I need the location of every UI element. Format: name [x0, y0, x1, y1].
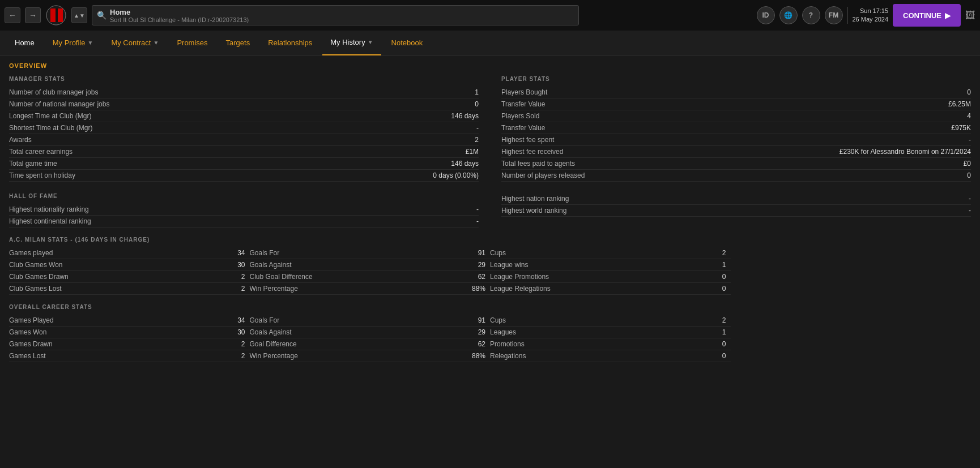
stat-row: Total career earnings£1M: [9, 146, 479, 158]
stat-label: Number of national manager jobs: [9, 100, 402, 108]
nav-my-contract-label: My Contract: [111, 38, 151, 47]
nav-targets[interactable]: Targets: [218, 31, 258, 55]
stat-value: 1: [411, 88, 479, 96]
four-stat-row: Promotions0: [490, 338, 731, 350]
nav-notebook[interactable]: Notebook: [384, 31, 431, 55]
four-stat-label: Club Games Won: [9, 261, 62, 269]
four-stat-value: 91: [478, 316, 485, 324]
dropdown-arrow[interactable]: ▲▼: [71, 7, 87, 23]
manager-stats-header: MANAGER STATS: [9, 76, 479, 83]
continue-label: CONTINUE: [903, 11, 941, 20]
four-stat-value: 0: [722, 273, 726, 281]
four-stat-row: Win Percentage88%: [250, 283, 491, 295]
chevron-down-icon: ▼: [87, 40, 93, 46]
four-stat-row: Goals For91: [250, 247, 491, 259]
four-stat-row: Games Drawn2: [9, 338, 250, 350]
ac-milan-col4: [731, 247, 972, 295]
stat-value: 4: [903, 112, 971, 120]
hof-header-left: HALL OF FAME: [9, 193, 479, 200]
search-icon: 🔍: [97, 11, 106, 20]
stat-row: Highest continental ranking-: [9, 216, 479, 227]
stat-row: Highest world ranking-: [501, 205, 971, 217]
stat-row: Highest fee received£230K for Alessandro…: [501, 146, 971, 158]
stat-value: £1M: [411, 148, 479, 156]
stat-label: Highest continental ranking: [9, 217, 402, 225]
four-stat-row: Goals Against29: [250, 259, 491, 271]
four-stat-row: Goals For91: [250, 315, 491, 327]
datetime: Sun 17:15 26 May 2024: [853, 7, 889, 24]
stat-label: Highest fee spent: [501, 136, 894, 144]
nav-my-profile-label: My Profile: [53, 38, 86, 47]
four-stat-label: League wins: [490, 261, 528, 269]
continue-button[interactable]: CONTINUE ▶: [893, 4, 961, 27]
nav-my-history-label: My History: [330, 38, 365, 46]
four-stat-value: 91: [478, 249, 485, 257]
nav-my-contract[interactable]: My Contract ▼: [103, 31, 167, 55]
nav-promises[interactable]: Promises: [169, 31, 215, 55]
stat-value: £230K for Alessandro Bonomi on 27/1/2024: [840, 148, 971, 156]
four-stat-label: Games Won: [9, 328, 46, 336]
stat-label: Total fees paid to agents: [501, 160, 894, 168]
stat-label: Highest nation ranking: [501, 195, 894, 203]
four-stat-value: 2: [241, 340, 245, 348]
club-logo: [45, 5, 67, 26]
four-stat-row: Club Games Drawn2: [9, 271, 250, 283]
four-stat-row: Club Games Won30: [9, 259, 250, 271]
four-stat-label: Goal Difference: [250, 340, 297, 348]
ac-milan-header: A.C. MILAN STATS - (146 DAYS IN CHARGE): [9, 237, 971, 243]
datetime-line1: Sun 17:15: [853, 7, 889, 15]
four-stat-row: Goal Difference62: [250, 338, 491, 350]
stat-row: Highest nation ranking-: [501, 193, 971, 205]
stat-row: Total fees paid to agents£0: [501, 158, 971, 170]
stat-label: Transfer Value: [501, 100, 894, 108]
overall-col3: Cups2Leagues1Promotions0Relegations0: [490, 315, 731, 362]
overall-col1: Games Played34Games Won30Games Drawn2Gam…: [9, 315, 250, 362]
stat-row: Number of national manager jobs0: [9, 98, 479, 110]
overview-label: OVERVIEW: [9, 62, 971, 69]
nav-my-profile[interactable]: My Profile ▼: [45, 31, 101, 55]
four-stat-value: 0: [722, 285, 726, 293]
id-button[interactable]: ID: [757, 6, 775, 24]
overall-grid: Games Played34Games Won30Games Drawn2Gam…: [9, 315, 971, 362]
overall-col2: Goals For91Goals Against29Goal Differenc…: [250, 315, 491, 362]
four-stat-label: Goals For: [250, 249, 280, 257]
four-stat-value: 62: [478, 273, 485, 281]
four-stat-row: Club Games Lost2: [9, 283, 250, 295]
fm-button[interactable]: FM: [825, 6, 843, 24]
four-stat-value: 34: [237, 316, 245, 324]
four-stat-label: Games played: [9, 249, 53, 257]
four-stat-label: Club Games Drawn: [9, 273, 69, 281]
stat-row: Highest fee spent-: [501, 134, 971, 146]
forward-button[interactable]: →: [25, 7, 41, 23]
four-stat-row: League Promotions0: [490, 271, 731, 283]
four-stat-label: Goals Against: [250, 328, 292, 336]
four-stat-value: 2: [241, 273, 245, 281]
four-stat-label: Cups: [490, 316, 506, 324]
search-subtitle: Sort It Out SI Challenge - Milan (ID:r-2…: [110, 16, 249, 23]
ac-milan-col1: Games played34Club Games Won30Club Games…: [9, 247, 250, 295]
four-stat-row: Relegations0: [490, 350, 731, 362]
stat-row: Shortest Time at Club (Mgr)-: [9, 122, 479, 134]
player-stats-section: PLAYER STATS Players Bought0Transfer Val…: [501, 76, 971, 182]
stat-row: Time spent on holiday0 days (0.00%): [9, 170, 479, 182]
stat-label: Players Bought: [501, 88, 894, 96]
globe-button[interactable]: 🌐: [779, 6, 798, 24]
stats-grid: MANAGER STATS Number of club manager job…: [9, 76, 971, 191]
nav-relationships[interactable]: Relationships: [260, 31, 320, 55]
four-stat-row: Win Percentage88%: [250, 350, 491, 362]
four-stat-label: Goals For: [250, 316, 280, 324]
help-button[interactable]: ?: [802, 6, 820, 24]
four-stat-value: 29: [478, 328, 485, 336]
stat-value: -: [411, 217, 479, 225]
nav-my-history[interactable]: My History ▼: [322, 31, 381, 55]
nav-home[interactable]: Home: [7, 31, 42, 55]
ac-milan-col3: Cups2League wins1League Promotions0Leagu…: [490, 247, 731, 295]
four-stat-label: Club Goal Difference: [250, 273, 313, 281]
stat-row: Number of players released0: [501, 170, 971, 182]
back-button[interactable]: ←: [5, 7, 20, 23]
four-stat-row: Goals Against29: [250, 327, 491, 338]
stat-label: Awards: [9, 136, 402, 144]
datetime-line2: 26 May 2024: [853, 15, 889, 24]
four-stat-row: Leagues1: [490, 327, 731, 338]
chevron-down-icon: ▼: [368, 39, 373, 45]
